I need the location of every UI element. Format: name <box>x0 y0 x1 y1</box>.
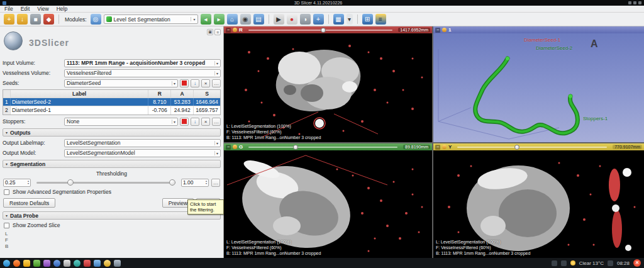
seed-label-cell[interactable]: DiameterSeed-1 <box>11 106 148 114</box>
window-level-icon[interactable]: ◑ <box>300 14 311 25</box>
seed-r-cell[interactable]: -0.706 <box>148 106 171 114</box>
layout-icon[interactable]: ▦ <box>333 14 344 25</box>
taskbar-app-icon[interactable] <box>3 260 10 267</box>
spinbox-arrows-icon[interactable]: ▴▾ <box>206 180 207 185</box>
taskbar-app-icon[interactable] <box>114 260 121 267</box>
threshold-range-slider[interactable] <box>36 182 175 184</box>
slider-handle[interactable] <box>321 28 326 33</box>
seed-label-cell[interactable]: DiameterSeed-2 <box>11 98 148 106</box>
r-column-header[interactable]: R <box>148 90 171 98</box>
zoomed-slice-checkbox[interactable] <box>4 223 9 228</box>
taskbar-app-icon[interactable] <box>53 260 60 267</box>
taskbar-app-icon[interactable] <box>64 260 70 267</box>
output-labelmap-selector[interactable]: LevelSetSegmentation ▾ <box>64 139 221 147</box>
spinbox-arrows-icon[interactable]: ▴▾ <box>28 180 29 185</box>
table-row[interactable]: 2 DiameterSeed-1 -0.706 24.942 1659.757 <box>3 106 220 114</box>
stopper-more-button[interactable]: … <box>212 118 221 126</box>
stopper-place-button[interactable]: ↓ <box>191 118 199 126</box>
module-search-icon[interactable]: ◎ <box>91 14 101 25</box>
menu-edit[interactable]: Edit <box>20 6 31 12</box>
tray-icon[interactable] <box>561 260 567 266</box>
stopper-color-button[interactable] <box>180 118 189 126</box>
seed-r-cell[interactable]: 8.710 <box>148 98 171 106</box>
pushpin-icon[interactable] <box>233 145 237 149</box>
scene-views-icon[interactable]: ▤ <box>253 14 264 25</box>
save-icon[interactable]: ■ <box>30 14 41 25</box>
seed-delete-button[interactable]: × <box>201 79 210 87</box>
outputs-section-header[interactable]: ▾ Outputs <box>3 128 221 137</box>
seed-s-cell[interactable]: 1659.757 <box>194 106 220 114</box>
seed-more-button[interactable]: … <box>212 79 221 87</box>
pushpin-icon[interactable] <box>442 145 447 149</box>
save-scene-icon[interactable]: ↓ <box>17 14 28 25</box>
taskbar-app-icon[interactable] <box>43 260 50 267</box>
menu-help[interactable]: Help <box>56 6 68 12</box>
slider-handle-high[interactable] <box>169 179 175 186</box>
collapse-icon[interactable]: − <box>226 28 231 33</box>
threed-view[interactable]: − 1 DiameterSeed-1 DiameterSeed-2 Stoppe… <box>433 26 644 142</box>
module-home-icon[interactable]: ⌂ <box>227 14 238 25</box>
taskbar-app-icon[interactable] <box>84 260 91 267</box>
output-model-selector[interactable]: LevelSetSegmentationModel ▾ <box>64 149 221 157</box>
collapse-icon[interactable]: − <box>435 28 440 33</box>
seed-color-button[interactable] <box>180 79 189 87</box>
tray-icon[interactable] <box>552 260 557 266</box>
taskbar-app-icon[interactable] <box>74 260 80 267</box>
stopper-delete-button[interactable]: × <box>201 118 210 126</box>
seed-place-button[interactable]: ↓ <box>191 79 199 87</box>
threed-scene[interactable]: DiameterSeed-1 DiameterSeed-2 Stoppers-1… <box>433 33 644 142</box>
restore-defaults-button[interactable]: Restore Defaults <box>3 198 55 208</box>
close-icon[interactable] <box>638 1 641 4</box>
module-selector[interactable]: Level Set Segmentation ▾ <box>104 14 198 24</box>
input-volume-selector[interactable]: 1113: MPR 1mm Range - acquisitionNumber … <box>64 59 221 67</box>
taskbar-app-icon[interactable] <box>94 260 101 267</box>
collapse-icon[interactable]: − <box>226 145 231 150</box>
extensions-icon[interactable]: ⊞ <box>362 14 373 25</box>
maximize-icon[interactable] <box>633 1 636 4</box>
green-slice-view[interactable]: − G 89.8190mm <box>224 143 432 258</box>
screenshot-icon[interactable]: ◉ <box>240 14 251 25</box>
seed-s-cell[interactable]: 1646.964 <box>194 98 220 106</box>
notification-close-icon[interactable]: ✕ <box>633 259 641 267</box>
slice-offset-slider[interactable] <box>248 30 392 31</box>
threshold-options-button[interactable]: … <box>211 179 220 187</box>
slider-handle[interactable] <box>514 145 519 150</box>
add-data-icon[interactable]: + <box>4 14 14 25</box>
taskbar-app-icon[interactable] <box>33 260 40 267</box>
module-forward-icon[interactable]: ▸ <box>214 14 225 25</box>
yellow-slice-image[interactable]: L: LevelSetSegmentation (100%) F: Vessel… <box>433 150 644 258</box>
taskbar-app-icon[interactable] <box>104 260 111 267</box>
python-console-icon[interactable]: ≡ <box>375 14 386 25</box>
slider-handle[interactable] <box>293 145 298 150</box>
panel-pin-icon[interactable]: ▣ <box>207 29 213 35</box>
yellow-slice-view[interactable]: − Y 770.9107mm <box>433 143 644 258</box>
red-slice-view[interactable]: − R 1417.6952mm <box>224 26 432 142</box>
pushpin-icon[interactable] <box>442 28 447 32</box>
segmentation-section-header[interactable]: ▾ Segmentation <box>3 160 221 168</box>
seeds-selector[interactable]: DiameterSeed ▾ <box>64 79 178 87</box>
slider-handle-low[interactable] <box>67 179 74 186</box>
layout-menu-icon[interactable]: ▾ <box>347 14 353 25</box>
seed-a-cell[interactable]: 24.942 <box>171 106 194 114</box>
red-slice-image[interactable]: L: LevelSetSegmentation (100%) F: Vessel… <box>224 33 432 142</box>
taskbar-app-icon[interactable] <box>23 260 30 267</box>
mouse-interaction-icon[interactable]: ▶ <box>274 14 284 25</box>
minimize-icon[interactable] <box>628 1 631 4</box>
s-column-header[interactable]: S <box>194 90 220 98</box>
tray-icon[interactable] <box>608 260 613 266</box>
a-column-header[interactable]: A <box>171 90 194 98</box>
advanced-properties-checkbox[interactable] <box>4 189 9 195</box>
green-slice-image[interactable]: L: LevelSetSegmentation (100%) F: Vessel… <box>224 150 432 258</box>
collapse-icon[interactable]: − <box>435 145 440 150</box>
table-row[interactable]: 1 DiameterSeed-2 8.710 53.283 1646.964 <box>3 98 220 106</box>
crosshair-icon[interactable]: + <box>313 14 324 25</box>
place-fiducial-icon[interactable]: ● <box>287 14 297 25</box>
panel-menu-icon[interactable]: ≡ <box>214 29 221 35</box>
taskbar-app-icon[interactable] <box>13 260 20 267</box>
label-column-header[interactable]: Label <box>11 90 148 98</box>
pushpin-icon[interactable] <box>233 28 237 32</box>
stoppers-selector[interactable]: None ▾ <box>64 118 178 126</box>
slice-offset-slider[interactable] <box>457 147 607 148</box>
threshold-min-spinbox[interactable]: 0.25 ▴▾ <box>3 179 31 187</box>
vesselness-volume-selector[interactable]: VesselnessFiltered ▾ <box>64 69 221 77</box>
